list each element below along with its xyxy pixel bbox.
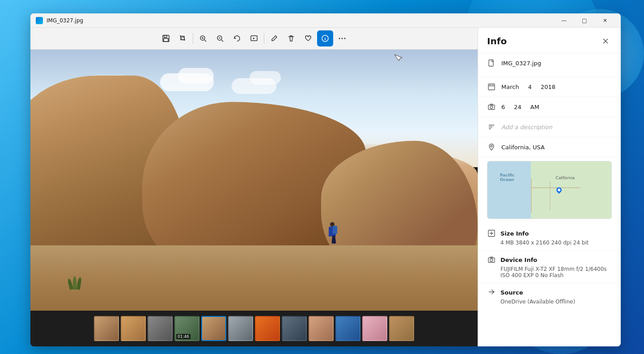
device-info-line1: FUJIFILM Fuji X-T2 XF 18mm f/2 1/6400s <box>487 266 612 272</box>
minimize-button[interactable]: — <box>554 13 574 28</box>
size-info-header: Size Info <box>487 229 612 238</box>
info-panel-close-button[interactable] <box>599 35 612 47</box>
svg-point-18 <box>490 259 493 261</box>
date-year: 2018 <box>541 84 555 90</box>
file-icon <box>487 59 496 67</box>
map-label-ocean: PacificOcean <box>500 173 515 182</box>
info-header: Info <box>478 28 621 53</box>
time-values: 6 24 AM <box>501 104 539 110</box>
slideshow-button[interactable] <box>246 30 262 46</box>
svg-point-9 <box>342 38 343 39</box>
map-label-state: California <box>555 176 575 180</box>
bush <box>66 272 93 290</box>
window-controls: — □ ✕ <box>554 13 615 28</box>
calendar-icon <box>487 82 496 91</box>
location-value: California, USA <box>501 144 545 151</box>
map-road-3 <box>550 181 551 210</box>
map-land <box>531 161 611 219</box>
svg-rect-11 <box>489 60 493 66</box>
svg-point-15 <box>491 145 492 147</box>
thumbnail-6[interactable] <box>228 316 253 341</box>
filename-value: IMG_0327.jpg <box>501 60 612 67</box>
location-row: California, USA <box>487 143 612 152</box>
thumbnail-12[interactable] <box>389 316 414 341</box>
map-container[interactable]: PacificOcean California <box>487 161 612 219</box>
more-button[interactable] <box>334 30 350 46</box>
delete-button[interactable] <box>283 30 299 46</box>
thumbnail-5[interactable] <box>201 316 226 341</box>
time-row: 6 24 AM <box>487 102 612 111</box>
hiker-figure <box>326 222 339 253</box>
time-period: AM <box>530 104 539 110</box>
toolbar-sep-2 <box>264 33 264 44</box>
close-button[interactable]: ✕ <box>595 13 615 28</box>
toolbar <box>30 28 478 50</box>
rotate-button[interactable] <box>229 30 245 46</box>
time-hour: 6 <box>501 104 505 110</box>
zoom-out-button[interactable] <box>212 30 228 46</box>
title-bar: IMG_0327.jpg — □ ✕ <box>30 13 621 28</box>
date-month: March <box>501 84 519 90</box>
image-viewer: 01:46 <box>30 28 478 346</box>
thumbnail-4[interactable]: 01:46 <box>174 316 199 341</box>
map-road-1 <box>531 178 532 213</box>
source-value: OneDrive (Available Offline) <box>487 299 612 305</box>
main-image <box>30 50 478 311</box>
content-area: 01:46 <box>30 28 621 346</box>
thumbnail-strip: 01:46 <box>30 311 478 346</box>
thumbnail-8[interactable] <box>282 316 307 341</box>
svg-rect-1 <box>164 35 167 38</box>
location-section: California, USA <box>478 137 621 157</box>
favorite-button[interactable] <box>300 30 316 46</box>
draw-button[interactable] <box>266 30 282 46</box>
info-panel: Info IMG_0327.jpg <box>478 28 621 346</box>
svg-rect-3 <box>182 37 184 40</box>
svg-point-8 <box>339 38 340 39</box>
thumbnail-11[interactable] <box>362 316 387 341</box>
device-info-title: Device Info <box>500 257 537 263</box>
svg-rect-2 <box>164 38 168 42</box>
thumbnail-7[interactable] <box>255 316 280 341</box>
thumbnail-10[interactable] <box>335 316 360 341</box>
svg-rect-12 <box>488 84 495 90</box>
app-icon <box>36 17 43 24</box>
svg-point-10 <box>344 38 346 39</box>
thumbnail-4-badge: 01:46 <box>176 334 191 339</box>
source-header: Source <box>487 288 612 297</box>
maximize-button[interactable]: □ <box>574 13 595 28</box>
description-row: Add a description <box>487 122 612 131</box>
time-minute: 24 <box>514 104 521 110</box>
ground <box>30 245 478 311</box>
description-icon <box>487 122 496 131</box>
thumbnail-2[interactable] <box>121 316 146 341</box>
filename-section: IMG_0327.jpg <box>478 53 621 77</box>
thumbnail-9[interactable] <box>309 316 334 341</box>
source-title: Source <box>500 289 523 296</box>
date-row: March 4 2018 <box>487 82 612 91</box>
description-placeholder[interactable]: Add a description <box>501 124 552 131</box>
zoom-in-button[interactable] <box>195 30 211 46</box>
save-button[interactable] <box>158 30 174 46</box>
window-title: IMG_0327.jpg <box>47 17 554 24</box>
date-section: March 4 2018 <box>478 77 621 97</box>
info-button[interactable] <box>317 30 333 46</box>
size-icon <box>487 229 496 238</box>
location-icon <box>487 143 496 152</box>
device-info-line2: ISO 400 EXP 0 No Flash <box>487 272 612 278</box>
thumbnail-3[interactable] <box>148 316 173 341</box>
filename-row: IMG_0327.jpg <box>487 59 612 67</box>
map-visual: PacificOcean California <box>487 161 611 219</box>
main-window: IMG_0327.jpg — □ ✕ <box>30 13 621 346</box>
map-water <box>487 161 534 219</box>
toolbar-sep-1 <box>193 33 193 44</box>
thumbnail-1[interactable] <box>94 316 119 341</box>
source-section: Source OneDrive (Available Offline) <box>478 283 621 309</box>
crop-button[interactable] <box>175 30 191 46</box>
desert-scene <box>30 50 478 311</box>
device-icon <box>487 255 496 264</box>
size-info-section: Size Info 4 MB 3840 x 2160 240 dpi 24 bi… <box>478 224 621 251</box>
size-info-title: Size Info <box>500 230 529 237</box>
camera-icon <box>487 102 496 111</box>
time-section: 6 24 AM <box>478 97 621 117</box>
map-road-2 <box>531 187 580 188</box>
